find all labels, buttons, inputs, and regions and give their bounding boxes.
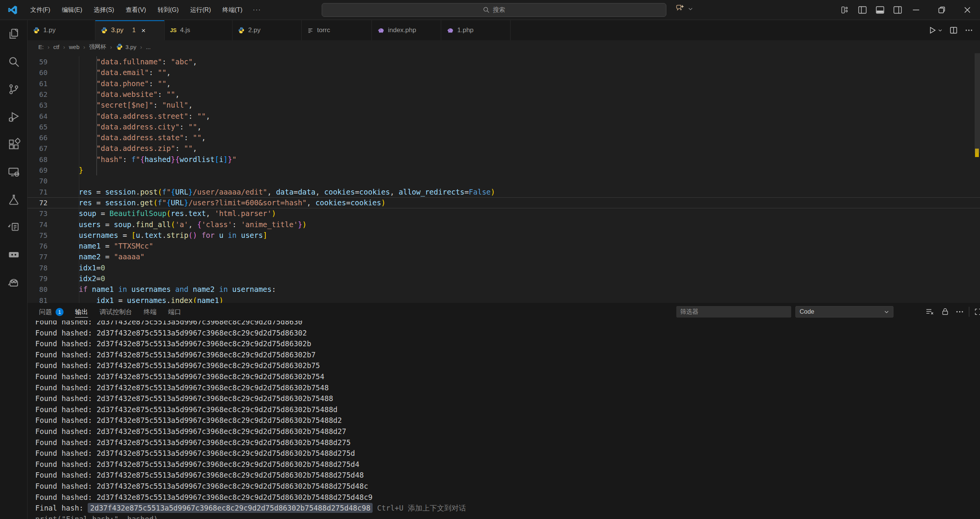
code-line[interactable]: 69 } bbox=[28, 165, 980, 176]
explorer-icon[interactable] bbox=[0, 20, 28, 48]
code-line[interactable]: 72 res = session.get(f"{URL}/users?limit… bbox=[28, 197, 980, 208]
remote-explorer-icon[interactable] bbox=[0, 158, 28, 186]
menu-item-1[interactable]: 编辑(E) bbox=[56, 3, 88, 17]
output-line[interactable]: Found hashed: 2d37f432e875c5513a5d9967c3… bbox=[35, 382, 329, 393]
minimize-button[interactable] bbox=[903, 0, 929, 20]
output-line[interactable]: Found hashed: 2d37f432e875c5513a5d9967c3… bbox=[35, 426, 346, 437]
breadcrumb-item-...[interactable]: ... bbox=[146, 44, 151, 50]
output-filter-input[interactable] bbox=[676, 306, 791, 318]
copilot-button[interactable] bbox=[675, 3, 693, 14]
search-sidebar-icon[interactable] bbox=[0, 48, 28, 75]
restore-button[interactable] bbox=[929, 0, 954, 20]
code-line[interactable]: 60 "data.email": "", bbox=[28, 67, 980, 78]
final-hash-highlight[interactable]: 2d37f432e875c5513a5d9967c3968ec8c29c9d2d… bbox=[88, 503, 373, 513]
code-line[interactable]: 65 "data.address.city": "", bbox=[28, 121, 980, 133]
menu-item-3[interactable]: 查看(V) bbox=[120, 3, 152, 17]
menu-item-5[interactable]: 运行(R) bbox=[185, 3, 217, 17]
tab-1.php[interactable]: 1.php bbox=[441, 20, 510, 40]
tab-3.py[interactable]: 3.py1× bbox=[95, 20, 165, 40]
code-line[interactable]: 67 "data.address.zip": "", bbox=[28, 143, 980, 154]
code-line[interactable]: 74 users = soup.find_all('a', {'class': … bbox=[28, 219, 980, 230]
code-line[interactable]: 77 name2 = "aaaaa" bbox=[28, 251, 980, 262]
output-line[interactable]: Found hashed: 2d37f432e875c5513a5d9967c3… bbox=[35, 404, 337, 415]
menu-item-2[interactable]: 选择(S) bbox=[88, 3, 120, 17]
mask-extension-icon[interactable] bbox=[0, 241, 28, 269]
output-final-line[interactable]: Final hash: 2d37f432e875c5513a5d9967c396… bbox=[35, 503, 466, 514]
output-line[interactable]: Found hashed: 2d37f432e875c5513a5d9967c3… bbox=[35, 321, 303, 327]
menu-item-0[interactable]: 文件(F) bbox=[25, 3, 56, 17]
output-line[interactable]: Found hashed: 2d37f432e875c5513a5d9967c3… bbox=[35, 371, 324, 382]
code-line[interactable]: 63 "secret[$ne]": "null", bbox=[28, 100, 980, 111]
code-line[interactable]: 79 idx2=0 bbox=[28, 273, 980, 284]
code-line[interactable]: 62 "data.website": "", bbox=[28, 89, 980, 100]
output-line[interactable]: Found hashed: 2d37f432e875c5513a5d9967c3… bbox=[35, 349, 316, 360]
toggle-primary-sidebar-icon[interactable] bbox=[856, 4, 869, 16]
maximize-panel-icon[interactable] bbox=[972, 306, 980, 318]
output-line[interactable]: Found hashed: 2d37f432e875c5513a5d9967c3… bbox=[35, 360, 320, 371]
output-line[interactable]: Found hashed: 2d37f432e875c5513a5d9967c3… bbox=[35, 393, 333, 404]
code-editor[interactable]: 59 "data.fullname": "abc",60 "data.email… bbox=[28, 53, 980, 303]
output-line[interactable]: Found hashed: 2d37f432e875c5513a5d9967c3… bbox=[35, 327, 307, 339]
panel-tab-端口[interactable]: 端口 bbox=[165, 303, 184, 321]
editor-scrollbar[interactable] bbox=[975, 53, 980, 153]
tab-4.js[interactable]: JS4.js bbox=[165, 20, 232, 40]
tab-1.py[interactable]: 1.py bbox=[28, 20, 95, 40]
panel-tab-调试控制台[interactable]: 调试控制台 bbox=[97, 303, 135, 321]
tab-index.php[interactable]: index.php bbox=[372, 20, 441, 40]
run-debug-icon[interactable] bbox=[0, 103, 28, 131]
breadcrumb-item-web[interactable]: web bbox=[69, 44, 80, 50]
menu-item-6[interactable]: 终端(T) bbox=[217, 3, 248, 17]
output-line[interactable]: Found hashed: 2d37f432e875c5513a5d9967c3… bbox=[35, 481, 368, 492]
output-line[interactable]: Found hashed: 2d37f432e875c5513a5d9967c3… bbox=[35, 437, 351, 448]
output-channel-select[interactable]: Code bbox=[795, 306, 893, 318]
panel-tab-终端[interactable]: 终端 bbox=[141, 303, 160, 321]
command-center-search[interactable]: 搜索 bbox=[322, 3, 666, 17]
more-actions-icon[interactable] bbox=[965, 26, 973, 34]
output-console[interactable]: Found hashed: 2d37f432e875c5513a5d9967c3… bbox=[28, 321, 980, 519]
output-line[interactable]: Found hashed: 2d37f432e875c5513a5d9967c3… bbox=[35, 470, 364, 481]
code-line[interactable]: 70 bbox=[28, 175, 980, 187]
code-line[interactable]: 75 usernames = [u.text.strip() for u in … bbox=[28, 230, 980, 241]
lock-scroll-icon[interactable] bbox=[939, 306, 951, 318]
tab-close-icon[interactable]: × bbox=[141, 27, 146, 34]
menu-more-icon[interactable]: ··· bbox=[248, 7, 266, 13]
breadcrumb[interactable]: E:›ctf›web›强网杯›3.py›... bbox=[28, 40, 980, 53]
code-line[interactable]: 73 soup = BeautifulSoup(res.text, 'html.… bbox=[28, 208, 980, 219]
customize-layout-icon[interactable] bbox=[839, 4, 851, 16]
code-line[interactable]: 81 idx1 = usernames.index(name1) bbox=[28, 295, 980, 303]
robot-extension-icon[interactable] bbox=[0, 269, 28, 296]
panel-tab-输出[interactable]: 输出 bbox=[72, 303, 91, 321]
split-editor-icon[interactable] bbox=[949, 26, 958, 34]
output-line[interactable]: Found hashed: 2d37f432e875c5513a5d9967c3… bbox=[35, 492, 373, 503]
output-line[interactable]: Found hashed: 2d37f432e875c5513a5d9967c3… bbox=[35, 338, 311, 349]
output-line[interactable]: Found hashed: 2d37f432e875c5513a5d9967c3… bbox=[35, 459, 359, 470]
breadcrumb-item-E:[interactable]: E: bbox=[38, 44, 44, 50]
output-line[interactable]: Found hashed: 2d37f432e875c5513a5d9967c3… bbox=[35, 448, 355, 459]
code-line[interactable]: 68 "hash": f"{hashed}{wordlist[i]}" bbox=[28, 154, 980, 165]
code-line[interactable]: 64 "data.address.street": "", bbox=[28, 111, 980, 122]
code-line[interactable]: 66 "data.address.state": "", bbox=[28, 132, 980, 143]
run-python-file-button[interactable] bbox=[928, 26, 942, 34]
clear-output-icon[interactable] bbox=[924, 306, 936, 318]
testing-icon[interactable] bbox=[0, 186, 28, 213]
extensions-icon[interactable] bbox=[0, 131, 28, 158]
toggle-secondary-sidebar-icon[interactable] bbox=[892, 4, 904, 16]
tab-2.py[interactable]: 2.py bbox=[232, 20, 302, 40]
code-line[interactable]: 80 if name1 in usernames and name2 in us… bbox=[28, 284, 980, 295]
docs-extension-icon[interactable] bbox=[0, 213, 28, 241]
code-line[interactable]: 71 res = session.post(f"{URL}/user/aaaaa… bbox=[28, 187, 980, 198]
menu-item-4[interactable]: 转到(G) bbox=[152, 3, 184, 17]
breadcrumb-item-强网杯[interactable]: 强网杯 bbox=[89, 43, 106, 51]
source-control-icon[interactable] bbox=[0, 75, 28, 103]
tab-torrc[interactable]: torrc bbox=[302, 20, 372, 40]
code-line[interactable]: 61 "data.phone": "", bbox=[28, 78, 980, 89]
output-line[interactable]: Found hashed: 2d37f432e875c5513a5d9967c3… bbox=[35, 415, 342, 426]
breadcrumb-item-3.py[interactable]: 3.py bbox=[116, 43, 136, 50]
breadcrumb-item-ctf[interactable]: ctf bbox=[53, 44, 59, 50]
code-line[interactable]: 59 "data.fullname": "abc", bbox=[28, 56, 980, 67]
code-line[interactable]: 78 idx1=0 bbox=[28, 262, 980, 273]
code-line[interactable]: 76 name1 = "TTXSMcc" bbox=[28, 241, 980, 252]
panel-more-actions-icon[interactable] bbox=[954, 306, 966, 318]
panel-tab-问题[interactable]: 问题1 bbox=[36, 303, 67, 321]
toggle-panel-icon[interactable] bbox=[874, 4, 886, 16]
